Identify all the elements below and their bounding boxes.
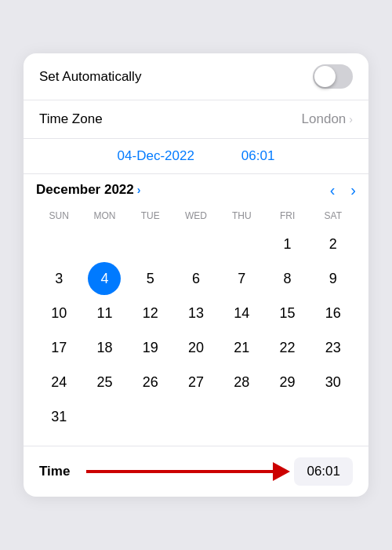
day-empty: [219, 228, 264, 260]
day-14[interactable]: 14: [219, 297, 264, 330]
month-expand-icon[interactable]: ›: [137, 184, 141, 196]
selected-date-display[interactable]: 04-Dec-2022: [118, 148, 194, 164]
day-1[interactable]: 1: [264, 228, 310, 260]
month-year-text: December 2022: [36, 182, 134, 198]
day-20[interactable]: 20: [173, 331, 219, 364]
weekday-headers: SUN MON TUE WED THU FRI SAT: [36, 207, 356, 224]
weekday-wed: WED: [173, 207, 219, 224]
days-grid: 1 2 3 4 5 6 7 8 9 10 11 12 13 14 15 16 1…: [36, 228, 356, 433]
weekday-fri: FRI: [264, 207, 310, 224]
day-15[interactable]: 15: [264, 297, 310, 330]
arrow-indicator: [86, 462, 290, 481]
day-7[interactable]: 7: [219, 262, 264, 295]
day-empty: [173, 228, 219, 260]
day-22[interactable]: 22: [264, 331, 310, 364]
day-31[interactable]: 31: [36, 400, 82, 433]
day-4-selected[interactable]: 4: [88, 262, 121, 295]
set-automatically-toggle[interactable]: [313, 64, 353, 89]
timezone-label: Time Zone: [39, 111, 103, 127]
day-23[interactable]: 23: [310, 331, 356, 364]
time-value-box[interactable]: 06:01: [294, 457, 353, 486]
toggle-knob: [314, 66, 336, 87]
day-11[interactable]: 11: [82, 297, 127, 330]
weekday-sat: SAT: [310, 207, 356, 224]
day-30[interactable]: 30: [310, 366, 356, 399]
calendar-container: December 2022 › ‹ › SUN MON TUE WED THU …: [24, 174, 368, 446]
arrow-line: [86, 470, 273, 473]
next-month-button[interactable]: ›: [350, 182, 356, 198]
day-9[interactable]: 9: [310, 262, 356, 295]
day-8[interactable]: 8: [264, 262, 310, 295]
nav-buttons: ‹ ›: [330, 182, 356, 198]
weekday-thu: THU: [219, 207, 264, 224]
timezone-value: London: [302, 111, 347, 127]
calendar-header: December 2022 › ‹ ›: [36, 182, 356, 198]
day-18[interactable]: 18: [82, 331, 127, 364]
day-empty: [36, 228, 82, 260]
weekday-mon: MON: [82, 207, 127, 224]
day-16[interactable]: 16: [310, 297, 356, 330]
date-time-display-row: 04-Dec-2022 06:01: [24, 139, 368, 174]
day-6[interactable]: 6: [173, 262, 219, 295]
day-17[interactable]: 17: [36, 331, 82, 364]
set-automatically-row: Set Automatically: [24, 53, 368, 100]
day-27[interactable]: 27: [173, 366, 219, 399]
day-empty: [82, 228, 127, 260]
day-5[interactable]: 5: [128, 262, 173, 295]
timezone-value-container: London ›: [302, 111, 353, 127]
prev-month-button[interactable]: ‹: [330, 182, 336, 198]
day-21[interactable]: 21: [219, 331, 264, 364]
weekday-sun: SUN: [36, 207, 82, 224]
day-19[interactable]: 19: [128, 331, 173, 364]
day-29[interactable]: 29: [264, 366, 310, 399]
day-24[interactable]: 24: [36, 366, 82, 399]
set-automatically-label: Set Automatically: [39, 69, 141, 85]
day-10[interactable]: 10: [36, 297, 82, 330]
day-26[interactable]: 26: [128, 366, 173, 399]
time-label: Time: [39, 464, 70, 479]
date-time-settings-card: Set Automatically Time Zone London › 04-…: [24, 53, 368, 497]
timezone-row[interactable]: Time Zone London ›: [24, 100, 368, 139]
day-12[interactable]: 12: [128, 297, 173, 330]
arrow-head-icon: [273, 462, 290, 481]
day-25[interactable]: 25: [82, 366, 127, 399]
day-13[interactable]: 13: [173, 297, 219, 330]
day-2[interactable]: 2: [310, 228, 356, 260]
timezone-chevron-icon: ›: [349, 113, 353, 126]
day-28[interactable]: 28: [219, 366, 264, 399]
selected-time-display[interactable]: 06:01: [241, 148, 275, 164]
time-footer: Time 06:01: [24, 446, 368, 497]
month-year-display: December 2022 ›: [36, 182, 140, 198]
day-3[interactable]: 3: [36, 262, 82, 295]
day-empty: [128, 228, 173, 260]
weekday-tue: TUE: [128, 207, 173, 224]
